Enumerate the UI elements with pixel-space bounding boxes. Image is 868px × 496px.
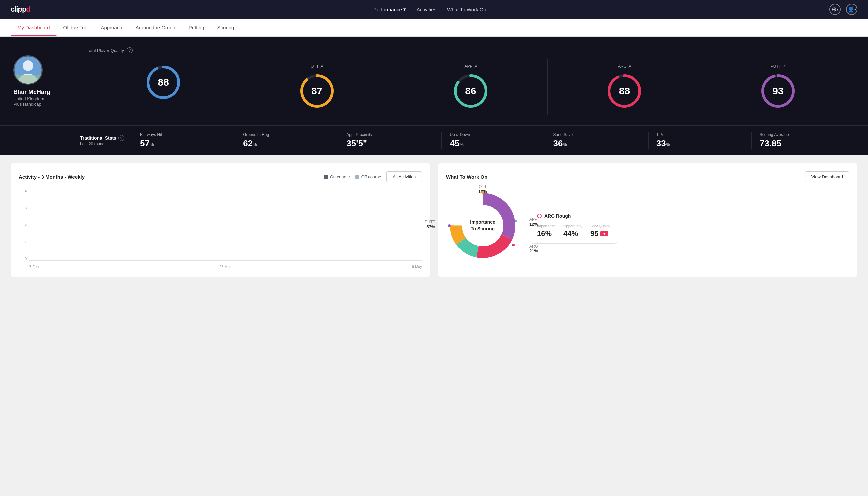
view-dashboard-button[interactable]: View Dashboard	[805, 171, 849, 182]
legend-off-course: Off course	[356, 174, 381, 179]
user-icon: 👤	[848, 6, 854, 13]
trad-stats-label: Traditional Stats ? Last 20 rounds	[80, 135, 127, 146]
bottom-section: Activity - 3 Months - Weekly On course O…	[0, 155, 868, 285]
stat-app-proximity: App. Proximity 35'5"	[338, 132, 442, 149]
sub-nav: My Dashboard Off the Tee Approach Around…	[0, 19, 868, 37]
stat-sand-save: Sand Save 36%	[545, 132, 648, 149]
tab-approach[interactable]: Approach	[94, 19, 129, 36]
tab-scoring[interactable]: Scoring	[211, 19, 241, 36]
player-handicap: Plus Handicap	[13, 102, 41, 107]
plus-icon: ⊕	[832, 6, 837, 13]
stat-greens-in-reg: Greens In Reg 62%	[235, 132, 338, 149]
bars-container	[32, 189, 419, 261]
nav-activities[interactable]: Activities	[417, 7, 436, 12]
chart-area	[29, 189, 422, 261]
circle-app: 86	[452, 73, 489, 109]
label-putt: PUTT 57%	[425, 219, 435, 229]
score-total: 88	[86, 59, 240, 114]
work-on-card: What To Work On View Dashboard	[438, 163, 857, 277]
dot-arg	[512, 244, 515, 246]
trad-help-icon[interactable]: ?	[118, 135, 124, 141]
logo[interactable]: clippd	[11, 5, 30, 14]
nav-what-to-work-on[interactable]: What To Work On	[447, 7, 486, 12]
detail-metrics: Importance 16% Opportunity 44% Shot Qual…	[537, 224, 610, 238]
add-button[interactable]: ⊕ ▾	[830, 4, 841, 15]
player-info: Blair McHarg United Kingdom Plus Handica…	[13, 55, 73, 107]
stats-bar: Traditional Stats ? Last 20 rounds Fairw…	[0, 125, 868, 155]
tab-putting[interactable]: Putting	[182, 19, 211, 36]
bar-chart: 0 1 2 3 4	[19, 189, 422, 269]
legend-dot-off-course	[356, 175, 359, 179]
x-axis: 7 Feb 28 Mar 9 May	[29, 263, 422, 269]
chevron-down-icon-user: ▾	[854, 7, 856, 11]
detail-importance: Importance 16%	[537, 224, 555, 238]
detail-opportunity: Opportunity 44%	[563, 224, 582, 238]
tab-off-the-tee[interactable]: Off the Tee	[57, 19, 94, 36]
stat-1-putt: 1 Putt 33%	[648, 132, 752, 149]
label-app: APP 12%	[529, 217, 538, 227]
svg-point-1	[23, 60, 33, 71]
tab-my-dashboard[interactable]: My Dashboard	[11, 19, 57, 36]
circle-ott: 87	[299, 73, 335, 109]
chevron-down-icon: ▾	[404, 6, 406, 12]
player-country: United Kingdom	[13, 96, 44, 101]
detail-card-title: ARG Rough	[537, 213, 610, 218]
donut-chart: ImportanceTo Scoring OTT 10% APP 12% ARG…	[446, 189, 519, 262]
nav-right: ⊕ ▾ 👤 ▾	[830, 4, 857, 15]
nav-links: Performance ▾ Activities What To Work On	[373, 6, 486, 12]
stat-fairways-hit: Fairways Hit 57%	[132, 132, 235, 149]
top-nav: clippd Performance ▾ Activities What To …	[0, 0, 868, 19]
y-axis: 0 1 2 3 4	[19, 189, 28, 261]
dot-ott	[481, 191, 484, 193]
score-putt: PUTT ↗ 93	[701, 59, 855, 114]
score-app: APP ↗ 86	[394, 59, 548, 114]
trend-up-icon-app: ↗	[474, 64, 477, 68]
stat-up-down: Up & Down 45%	[442, 132, 545, 149]
circle-putt: 93	[760, 73, 796, 109]
chart-legend: On course Off course	[324, 174, 381, 179]
hero-section: Blair McHarg United Kingdom Plus Handica…	[0, 37, 868, 125]
svg-rect-3	[15, 75, 41, 83]
stat-scoring-avg: Scoring Average 73.85	[752, 132, 855, 149]
donut-section: ImportanceTo Scoring OTT 10% APP 12% ARG…	[446, 189, 849, 262]
donut-center-label: ImportanceTo Scoring	[470, 219, 495, 232]
circle-arg: 88	[606, 73, 643, 109]
legend-on-course: On course	[324, 174, 350, 179]
trend-up-icon-putt: ↗	[783, 64, 785, 68]
trend-up-icon-arg: ↗	[628, 64, 631, 68]
dot-putt	[448, 224, 451, 227]
activity-title: Activity - 3 Months - Weekly	[19, 174, 84, 180]
score-cards: 88 OTT ↗ 87 AP	[86, 59, 855, 114]
detail-card: ARG Rough Importance 16% Opportunity 44%…	[530, 207, 617, 244]
logo-text: clipp	[11, 5, 26, 13]
red-badge: ▼	[600, 231, 608, 236]
help-icon[interactable]: ?	[127, 47, 132, 53]
detail-shot-quality: Shot Quality 95 ▼	[590, 224, 610, 238]
scores-section: Total Player Quality ? 88 OTT ↗	[86, 47, 855, 114]
work-on-header: What To Work On View Dashboard	[446, 171, 849, 182]
legend-dot-on-course	[324, 175, 328, 179]
player-name: Blair McHarg	[13, 89, 50, 96]
score-ott: OTT ↗ 87	[240, 59, 394, 114]
activity-card: Activity - 3 Months - Weekly On course O…	[11, 163, 430, 277]
nav-performance[interactable]: Performance ▾	[373, 6, 406, 12]
label-arg: ARG 21%	[529, 244, 538, 253]
score-arg: ARG ↗ 88	[548, 59, 701, 114]
avatar-image	[14, 56, 42, 83]
tab-around-the-green[interactable]: Around the Green	[129, 19, 182, 36]
chevron-down-icon-add: ▾	[837, 7, 838, 11]
user-menu-button[interactable]: 👤 ▾	[846, 4, 857, 15]
circle-total: 88	[145, 64, 182, 100]
trend-up-icon: ↗	[320, 64, 323, 68]
activity-card-header: Activity - 3 Months - Weekly On course O…	[19, 171, 422, 182]
scores-label: Total Player Quality ?	[86, 47, 855, 53]
avatar	[13, 55, 43, 84]
all-activities-button[interactable]: All Activities	[386, 171, 422, 182]
